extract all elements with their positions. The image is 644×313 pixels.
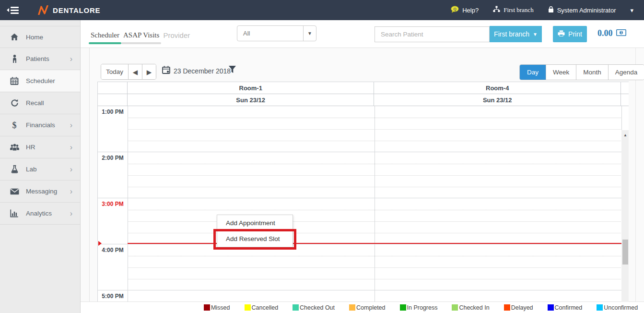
legend-item: Checked Out [293, 304, 335, 311]
time-label: 5:00 PM [98, 293, 128, 300]
legend-item: Delayed [504, 304, 533, 311]
tab[interactable]: ASAP Visits [121, 26, 161, 44]
sidebar-item[interactable]: Messaging › [0, 181, 80, 203]
hour-row[interactable]: 2:00 PM [98, 152, 629, 198]
sidebar-item-icon [9, 33, 20, 41]
context-menu-item[interactable]: Add Appointment [217, 215, 293, 231]
hour-row[interactable]: 5:00 PM [98, 290, 629, 302]
chevron-right-icon: › [70, 121, 72, 129]
legend-label: Unconfirmed [604, 304, 638, 311]
today-button[interactable]: Today [101, 64, 128, 79]
sidebar-item-icon [9, 77, 20, 85]
view-button[interactable]: Month [576, 65, 608, 80]
tab-strip: Scheduler ASAP Visits Provider [89, 26, 192, 44]
svg-text:1: 1 [620, 31, 622, 34]
time-grid[interactable]: 1:00 PM 2:00 PM 3:00 PM [98, 106, 629, 302]
dropdown-arrow-icon[interactable]: ▼ [303, 26, 316, 41]
legend-item: Completed [349, 304, 385, 311]
banknote-icon[interactable]: 1 [616, 29, 626, 38]
sidebar-item[interactable]: HR › [0, 136, 80, 158]
tab[interactable]: Provider [161, 26, 192, 44]
collapse-menu-icon[interactable] [7, 7, 19, 14]
legend-label: Checked Out [300, 304, 335, 311]
print-button-label: Print [568, 30, 582, 38]
app-window: DENTALORE Q Help? First branch System Ad… [0, 0, 644, 313]
sidebar-item[interactable]: Lab › [0, 158, 80, 181]
hour-row[interactable]: 1:00 PM [98, 106, 629, 152]
legend-item: In Progress [400, 304, 438, 311]
scroll-up-icon[interactable]: ▲ [621, 131, 629, 139]
sidebar: Home › Patients › Scheduler › Recall › [0, 20, 81, 313]
sidebar-item[interactable]: Home › [0, 26, 80, 48]
calendar-icon[interactable] [162, 66, 170, 76]
current-date-label[interactable]: 23 December 2018 [174, 67, 231, 75]
vertical-scrollbar[interactable]: ▲ ▼ [621, 130, 629, 302]
lock-icon [548, 6, 554, 14]
view-button[interactable]: Agenda [608, 65, 644, 80]
hamburger-icon [11, 7, 19, 14]
legend-color-swatch [452, 304, 458, 311]
context-menu-item[interactable]: Add Reserved Slot [217, 231, 293, 247]
legend-label: Delayed [511, 304, 533, 311]
sidebar-item-label: HR [26, 144, 35, 151]
room-header-row: Room-1 Room-4 [98, 82, 629, 94]
branch-sitemap-icon [493, 6, 500, 14]
sidebar-item[interactable]: $ Financials › [0, 114, 80, 136]
prev-day-button[interactable]: ◀ [128, 64, 142, 79]
printer-icon [558, 30, 565, 38]
legend-color-swatch [548, 304, 554, 311]
view-button[interactable]: Day [520, 65, 546, 80]
legend-item: Confirmed [548, 304, 583, 311]
balance-display: 0.00 1 [597, 28, 626, 38]
scrollbar-thumb[interactable] [622, 240, 628, 265]
header-filler-cell [621, 94, 629, 106]
sidebar-item-label: Messaging [26, 188, 57, 195]
legend-item: Cancelled [245, 304, 279, 311]
scheduler-panel: Room-1 Room-4 Sun 23/12 Sun 23/12 1:0 [97, 82, 629, 301]
view-button[interactable]: Week [546, 65, 576, 80]
branch-button[interactable]: First branch ▼ [490, 26, 542, 42]
user-label: System Administrator [557, 7, 616, 14]
collapse-arrow-icon [7, 8, 9, 12]
dropdown-selected-value: All [237, 30, 303, 37]
branch-button-label: First branch [494, 30, 529, 38]
hour-row[interactable]: 3:00 PM [98, 198, 629, 244]
chevron-down-icon[interactable]: ▾ [630, 7, 633, 14]
sidebar-item-icon [9, 165, 20, 173]
sidebar-item-label: Home [26, 34, 43, 41]
sidebar-item[interactable]: Scheduler › [0, 70, 80, 92]
legend-color-swatch [245, 304, 251, 311]
sidebar-item-icon [9, 55, 20, 63]
sidebar-item[interactable]: Analytics › [0, 203, 80, 225]
legend-label: Cancelled [252, 304, 279, 311]
next-day-button[interactable]: ▶ [142, 64, 156, 79]
sidebar-item[interactable]: Recall › [0, 92, 80, 114]
legend-label: Confirmed [555, 304, 583, 311]
legend-label: Missed [211, 304, 230, 311]
brand-name: DENTALORE [53, 6, 100, 14]
legend-label: Completed [356, 304, 385, 311]
user-menu[interactable]: System Administrator [548, 6, 616, 14]
search-patient-input[interactable] [375, 26, 490, 42]
current-time-line [128, 243, 621, 244]
current-time-marker-icon [98, 241, 102, 246]
header-filler-cell [621, 82, 629, 94]
help-link[interactable]: Q Help? [451, 6, 479, 14]
content-right-divider [635, 48, 636, 301]
branch-selector[interactable]: First branch [493, 6, 533, 14]
column-divider [375, 106, 375, 302]
hour-row[interactable]: 4:00 PM [98, 244, 629, 290]
sidebar-item[interactable]: Patients › [0, 48, 80, 70]
sidebar-item-icon [9, 209, 20, 217]
filter-funnel-icon[interactable] [228, 65, 236, 75]
print-button[interactable]: Print [553, 26, 587, 42]
sidebar-item-label: Financials [26, 121, 55, 129]
sidebar-item-label: Lab [26, 166, 37, 173]
provider-filter-dropdown[interactable]: All ▼ [237, 25, 316, 41]
time-label: 1:00 PM [98, 108, 128, 115]
date-header-cell: Sun 23/12 [128, 94, 375, 106]
sidebar-item-label: Scheduler [26, 77, 55, 84]
legend-item: Missed [204, 304, 230, 311]
tab[interactable]: Scheduler [89, 26, 121, 44]
legend-color-swatch [349, 304, 355, 311]
